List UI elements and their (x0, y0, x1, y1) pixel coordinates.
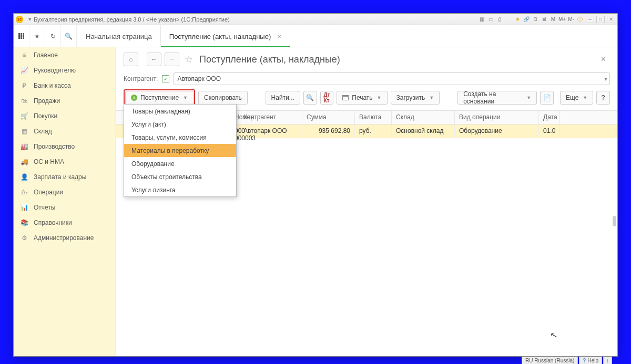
gear-icon: ⚙ (20, 234, 28, 242)
dropdown-icon[interactable]: ▾ (28, 16, 32, 23)
help-indicator[interactable]: ?Help (579, 357, 602, 364)
ops-icon: Δᵣ (20, 189, 28, 196)
sys-icon[interactable]: ⎙ (496, 16, 503, 23)
tab-close-icon[interactable]: × (277, 33, 281, 40)
close-button[interactable]: ✕ (607, 16, 615, 23)
sidebar-item-payroll[interactable]: 👤Зарплата и кадры (14, 169, 116, 184)
sys-icon[interactable]: 🖩 (541, 16, 548, 23)
col-date[interactable]: Дата (539, 111, 560, 124)
books-icon: 📚 (20, 219, 28, 226)
favorite-icon[interactable]: ☆ (185, 54, 193, 65)
titlebar: 1c ▾ Бухгалтерия предприятия, редакция 3… (14, 14, 617, 25)
sidebar-item-bank[interactable]: ₽Банк и касса (14, 78, 116, 93)
dtk-button[interactable]: ДтКт (320, 91, 334, 105)
ruble-icon: ₽ (20, 82, 28, 89)
maximize-button[interactable]: □ (596, 16, 605, 23)
clear-filter-button[interactable]: 🔍 (303, 91, 317, 105)
sys-icon[interactable]: ▦ (478, 16, 485, 23)
create-based-button[interactable]: Создать на основании▼ (457, 91, 537, 105)
dropdown-item[interactable]: Оборудование (124, 157, 236, 170)
col-sum[interactable]: Сумма (302, 111, 355, 124)
printer-icon (342, 95, 349, 100)
sidebar-item-operations[interactable]: ΔᵣОперации (14, 184, 116, 200)
create-receipt-button[interactable]: + Поступление ▼ (125, 91, 194, 105)
col-operation[interactable]: Вид операции (455, 111, 539, 124)
chevron-down-icon[interactable]: ▾ (604, 75, 607, 82)
boxes-icon: ▦ (20, 128, 28, 135)
sidebar-item-manager[interactable]: 📈Руководителю (14, 63, 116, 78)
tab-home[interactable]: Начальная страница (77, 25, 161, 47)
m-minus-button[interactable]: M- (567, 16, 575, 23)
chart-icon: 📈 (20, 67, 28, 74)
sys-icon[interactable]: 🗓 (532, 16, 539, 23)
col-warehouse[interactable]: Склад (392, 111, 455, 124)
dropdown-item[interactable]: Объекты строительства (124, 170, 236, 183)
m-button[interactable]: M (549, 16, 557, 23)
counterparty-input[interactable]: Автопарк ООО ▾ (174, 72, 610, 85)
sys-icon[interactable]: 🔗 (523, 16, 530, 23)
sidebar-item-production[interactable]: 🏭Производство (14, 139, 116, 154)
filter-checkbox[interactable]: ✓ (162, 75, 169, 82)
back-button[interactable]: ← (147, 53, 161, 66)
filter-label: Контрагент: (124, 75, 158, 82)
dropdown-item[interactable]: Услуги (акт) (124, 118, 236, 131)
help-button[interactable]: ? (596, 91, 610, 105)
sidebar-item-reports[interactable]: 📊Отчеты (14, 200, 116, 215)
sys-icon[interactable]: ▭ (487, 16, 494, 23)
dropdown-item[interactable]: Товары, услуги, комиссия (124, 131, 236, 144)
search-button[interactable]: 🔍 (61, 25, 77, 47)
dropdown-item[interactable]: Услуги лизинга (124, 183, 236, 196)
tabstrip: ★ ↻ 🔍 Начальная страница Поступление (ак… (14, 25, 617, 47)
sidebar-item-main[interactable]: ≡Главное (14, 47, 116, 63)
factory-icon: 🏭 (20, 143, 28, 150)
cart-icon: 🛒 (20, 112, 28, 120)
sidebar-item-purchase[interactable]: 🛒Покупки (14, 108, 116, 123)
status-bar: RU Russian (Russia) ?Help ⁞ (522, 357, 612, 364)
bag-icon: 🛍 (20, 97, 28, 105)
truck-icon: 🚚 (20, 158, 28, 165)
print-button[interactable]: Печать▼ (337, 91, 387, 105)
tab-receipts[interactable]: Поступление (акты, накладные) × (161, 25, 290, 47)
sys-icon[interactable] (505, 16, 512, 23)
page-close-button[interactable]: × (601, 55, 606, 64)
window-title: Бухгалтерия предприятия, редакция 3.0 / … (34, 16, 230, 23)
menu-icon: ≡ (20, 51, 28, 59)
app-logo: 1c (16, 16, 23, 23)
star-icon[interactable]: ★ (514, 16, 521, 23)
sidebar-item-catalogs[interactable]: 📚Справочники (14, 215, 116, 230)
page-title: Поступление (акты, накладные) (199, 54, 340, 65)
sidebar-item-sales[interactable]: 🛍Продажи (14, 93, 116, 108)
plus-icon: + (131, 95, 137, 101)
dropdown-item[interactable]: Товары (накладная) (124, 105, 236, 118)
col-currency[interactable]: Валюта (355, 111, 392, 124)
history-button[interactable]: ↻ (45, 25, 61, 47)
copy-button[interactable]: Скопировать (198, 91, 248, 105)
m-plus-button[interactable]: M+ (558, 16, 566, 23)
chevron-down-icon: ▼ (183, 95, 188, 100)
forward-button[interactable]: → (165, 53, 179, 66)
minimize-button[interactable]: – (586, 16, 594, 23)
dropdown-item[interactable]: Материалы в переработку (124, 144, 236, 157)
status-menu[interactable]: ⁞ (603, 357, 612, 364)
sidebar-item-warehouse[interactable]: ▦Склад (14, 123, 116, 139)
sidebar-item-admin[interactable]: ⚙Администрирование (14, 230, 116, 245)
bar-icon: 📊 (20, 204, 28, 211)
find-button[interactable]: Найти... (266, 91, 300, 105)
receipt-type-dropdown: Товары (накладная) Услуги (акт) Товары, … (124, 104, 237, 197)
sidebar: ≡Главное 📈Руководителю ₽Банк и касса 🛍Пр… (14, 47, 116, 356)
person-icon: 👤 (20, 173, 28, 181)
sidebar-item-assets[interactable]: 🚚ОС и НМА (14, 154, 116, 169)
scrollbar-thumb[interactable] (613, 216, 616, 226)
language-indicator[interactable]: RU Russian (Russia) (522, 357, 578, 364)
load-button[interactable]: Загрузить▼ (391, 91, 440, 105)
more-button[interactable]: Еще▼ (560, 91, 593, 105)
favorite-button[interactable]: ★ (29, 25, 45, 47)
col-counterparty[interactable]: Контрагент (239, 111, 302, 124)
info-icon[interactable]: ⓘ (576, 16, 584, 23)
attach-button[interactable]: 📄 (540, 91, 554, 105)
home-button[interactable]: ⌂ (124, 53, 138, 66)
apps-button[interactable] (14, 25, 29, 47)
